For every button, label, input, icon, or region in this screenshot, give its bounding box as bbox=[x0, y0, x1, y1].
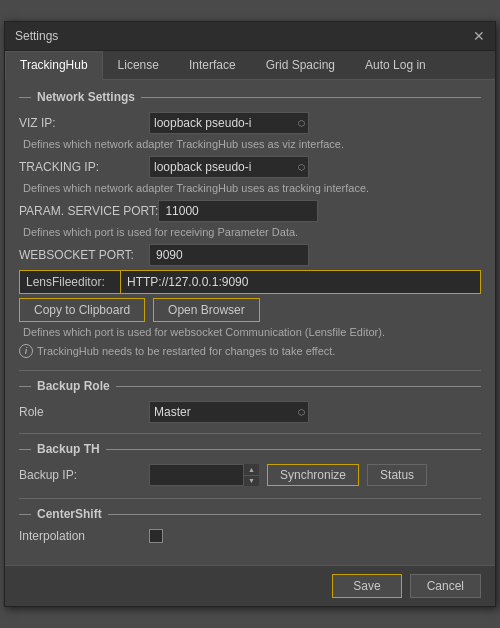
backup-role-title: Backup Role bbox=[19, 379, 481, 393]
websocket-port-input[interactable] bbox=[149, 244, 309, 266]
settings-dialog: Settings ✕ TrackingHub License Interface… bbox=[4, 21, 496, 607]
tab-bar: TrackingHub License Interface Grid Spaci… bbox=[5, 51, 495, 80]
restart-notice-row: i TrackingHub needs to be restarted for … bbox=[19, 344, 481, 358]
backup-ip-label: Backup IP: bbox=[19, 468, 149, 482]
tracking-ip-row: TRACKING IP: loopback pseudo-i bbox=[19, 156, 481, 178]
param-port-row: PARAM. SERVICE PORT: bbox=[19, 200, 481, 222]
info-icon: i bbox=[19, 344, 33, 358]
spin-buttons: ▲ ▼ bbox=[243, 464, 259, 486]
tab-interface[interactable]: Interface bbox=[174, 51, 251, 79]
lens-fileeditor-input[interactable] bbox=[120, 271, 480, 293]
tab-grid-spacing[interactable]: Grid Spacing bbox=[251, 51, 350, 79]
dialog-title: Settings bbox=[15, 29, 58, 43]
open-browser-button[interactable]: Open Browser bbox=[153, 298, 260, 322]
tracking-ip-select[interactable]: loopback pseudo-i bbox=[149, 156, 309, 178]
cancel-button[interactable]: Cancel bbox=[410, 574, 481, 598]
center-shift-title: CenterShift bbox=[19, 507, 481, 521]
tab-trackinghub[interactable]: TrackingHub bbox=[5, 51, 103, 80]
network-settings-title: Network Settings bbox=[19, 90, 481, 104]
backup-ip-controls: ▲ ▼ Synchronize Status bbox=[149, 464, 427, 486]
center-shift-section: CenterShift Interpolation bbox=[19, 507, 481, 543]
lens-button-row: Copy to Clipboard Open Browser bbox=[19, 298, 481, 322]
websocket-port-row: WEBSOCKET PORT: bbox=[19, 244, 481, 266]
settings-content: Network Settings VIZ IP: loopback pseudo… bbox=[5, 80, 495, 565]
status-button[interactable]: Status bbox=[367, 464, 427, 486]
param-port-desc: Defines which port is used for receiving… bbox=[19, 226, 481, 238]
backup-role-section: Backup Role Role Master bbox=[19, 379, 481, 423]
tab-license[interactable]: License bbox=[103, 51, 174, 79]
param-port-input[interactable] bbox=[158, 200, 318, 222]
backup-th-title: Backup TH bbox=[19, 442, 481, 456]
viz-ip-select-wrapper: loopback pseudo-i bbox=[149, 112, 309, 134]
interpolation-checkbox[interactable] bbox=[149, 529, 163, 543]
role-row: Role Master bbox=[19, 401, 481, 423]
backup-ip-row: Backup IP: ▲ ▼ Synchronize Status bbox=[19, 464, 481, 486]
close-button[interactable]: ✕ bbox=[473, 28, 485, 44]
lens-fileeditor-row: LensFileeditor: bbox=[19, 270, 481, 294]
spin-down-button[interactable]: ▼ bbox=[244, 476, 259, 487]
viz-ip-desc: Defines which network adapter TrackingHu… bbox=[19, 138, 481, 150]
tab-auto-log-in[interactable]: Auto Log in bbox=[350, 51, 441, 79]
role-select[interactable]: Master bbox=[149, 401, 309, 423]
spin-up-button[interactable]: ▲ bbox=[244, 464, 259, 476]
divider-2 bbox=[19, 433, 481, 434]
backup-ip-input-wrap: ▲ ▼ bbox=[149, 464, 259, 486]
viz-ip-label: VIZ IP: bbox=[19, 116, 149, 130]
lens-desc: Defines which port is used for websocket… bbox=[19, 326, 481, 338]
viz-ip-select[interactable]: loopback pseudo-i bbox=[149, 112, 309, 134]
network-settings-section: Network Settings VIZ IP: loopback pseudo… bbox=[19, 90, 481, 358]
tracking-ip-select-wrapper: loopback pseudo-i bbox=[149, 156, 309, 178]
title-bar: Settings ✕ bbox=[5, 22, 495, 51]
save-button[interactable]: Save bbox=[332, 574, 401, 598]
synchronize-button[interactable]: Synchronize bbox=[267, 464, 359, 486]
role-select-wrapper: Master bbox=[149, 401, 309, 423]
role-label: Role bbox=[19, 405, 149, 419]
lens-fileeditor-label: LensFileeditor: bbox=[20, 273, 120, 291]
viz-ip-row: VIZ IP: loopback pseudo-i bbox=[19, 112, 481, 134]
interpolation-label: Interpolation bbox=[19, 529, 149, 543]
backup-th-section: Backup TH Backup IP: ▲ ▼ Synchronize Sta… bbox=[19, 442, 481, 486]
param-port-label: PARAM. SERVICE PORT: bbox=[19, 204, 158, 218]
tracking-ip-label: TRACKING IP: bbox=[19, 160, 149, 174]
bottom-buttons: Save Cancel bbox=[5, 565, 495, 606]
divider-3 bbox=[19, 498, 481, 499]
websocket-port-label: WEBSOCKET PORT: bbox=[19, 248, 149, 262]
tracking-ip-desc: Defines which network adapter TrackingHu… bbox=[19, 182, 481, 194]
copy-to-clipboard-button[interactable]: Copy to Clipboard bbox=[19, 298, 145, 322]
restart-notice: TrackingHub needs to be restarted for ch… bbox=[37, 345, 335, 357]
divider-1 bbox=[19, 370, 481, 371]
interpolation-row: Interpolation bbox=[19, 529, 481, 543]
